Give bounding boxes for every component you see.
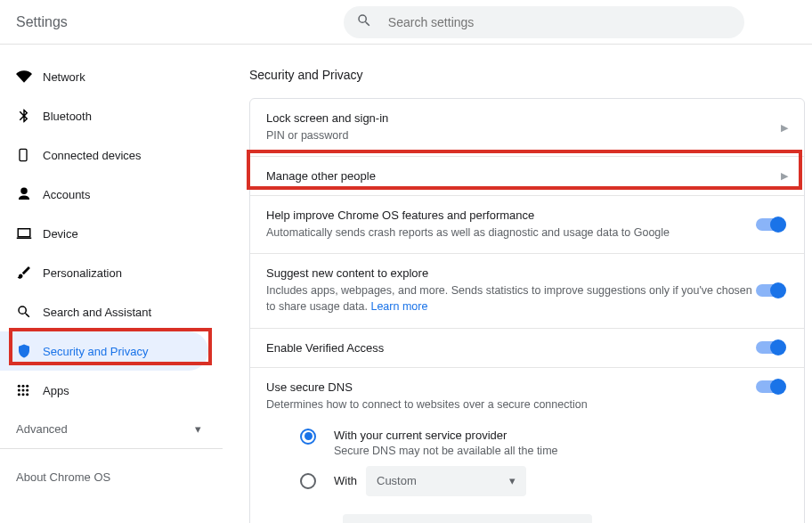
dns-custom-input[interactable]: [343, 514, 592, 523]
sidebar-item-label: Accounts: [43, 188, 90, 201]
svg-point-9: [18, 393, 20, 396]
sidebar-item-network[interactable]: Network: [0, 57, 223, 96]
bluetooth-icon: [16, 108, 43, 124]
row-title: Manage other people: [266, 169, 774, 183]
chevron-down-icon: ▾: [509, 474, 516, 487]
sidebar-item-label: Search and Assistant: [43, 306, 151, 319]
option-label: With your current service provider: [334, 429, 558, 442]
phone-icon: [16, 147, 43, 163]
sidebar-item-label: Personalization: [43, 266, 122, 280]
toggle-verified-access[interactable]: [756, 341, 784, 354]
sidebar-item-label: Network: [43, 70, 85, 84]
select-value: Custom: [377, 474, 417, 487]
sidebar-item-security-privacy[interactable]: Security and Privacy: [0, 331, 208, 371]
dns-provider-select[interactable]: Custom ▾: [366, 466, 526, 496]
search-icon: [356, 12, 372, 31]
settings-card: Lock screen and sign-in PIN or password …: [249, 98, 805, 523]
row-subtitle: PIN or password: [266, 127, 774, 143]
radio-selected-icon[interactable]: [300, 429, 316, 445]
row-manage-people[interactable]: Manage other people ▶: [250, 157, 804, 196]
row-title: Suggest new content to explore: [266, 266, 756, 280]
sidebar-item-label: Device: [43, 227, 78, 241]
sidebar-item-label: Connected devices: [43, 149, 142, 162]
sidebar-item-personalization[interactable]: Personalization: [0, 253, 223, 292]
sidebar-item-device[interactable]: Device: [0, 214, 223, 253]
sidebar-item-label: Bluetooth: [43, 110, 92, 123]
sidebar-item-apps[interactable]: Apps: [0, 371, 223, 410]
dns-option-current[interactable]: With your current service provider Secur…: [300, 429, 788, 457]
row-title: Help improve Chrome OS features and perf…: [266, 208, 756, 222]
svg-point-10: [21, 393, 24, 396]
option-label: With: [334, 474, 357, 487]
row-suggest-content: Suggest new content to explore Includes …: [250, 254, 804, 328]
row-verified-access: Enable Verified Access: [250, 329, 804, 368]
radio-unselected-icon[interactable]: [300, 473, 316, 489]
learn-more-link[interactable]: Learn more: [370, 300, 427, 313]
page-title: Settings: [16, 14, 68, 30]
person-icon: [16, 186, 43, 202]
row-lock-screen[interactable]: Lock screen and sign-in PIN or password …: [250, 99, 804, 157]
sidebar-item-search-assistant[interactable]: Search and Assistant: [0, 292, 223, 331]
svg-rect-1: [18, 229, 30, 237]
toggle-suggest-content[interactable]: [756, 284, 784, 297]
row-help-improve: Help improve Chrome OS features and perf…: [250, 196, 804, 254]
sidebar-item-label: Apps: [43, 384, 69, 397]
brush-icon: [16, 265, 43, 281]
sidebar-advanced[interactable]: Advanced ▾: [0, 410, 223, 449]
svg-point-6: [18, 388, 20, 391]
row-subtitle: Determines how to connect to websites ov…: [266, 396, 756, 413]
row-title: Use secure DNS: [266, 380, 756, 394]
svg-point-8: [26, 388, 28, 391]
search-input[interactable]: [388, 15, 732, 29]
advanced-label: Advanced: [16, 422, 68, 436]
chevron-right-icon: ▶: [781, 170, 788, 182]
sidebar-item-connected-devices[interactable]: Connected devices: [0, 135, 223, 175]
sidebar-item-bluetooth[interactable]: Bluetooth: [0, 96, 223, 135]
toggle-help-improve[interactable]: [756, 218, 784, 231]
sidebar-item-label: Security and Privacy: [43, 345, 149, 358]
search-icon: [16, 304, 43, 320]
shield-icon: [16, 343, 43, 359]
row-secure-dns: Use secure DNS Determines how to connect…: [250, 368, 804, 524]
svg-point-4: [21, 385, 24, 388]
wifi-icon: [16, 69, 43, 85]
option-sublabel: Secure DNS may not be available all the …: [334, 445, 558, 457]
apps-icon: [16, 383, 43, 397]
row-title: Lock screen and sign-in: [266, 111, 774, 125]
laptop-icon: [16, 225, 43, 241]
toggle-secure-dns[interactable]: [756, 380, 784, 393]
section-heading: Security and Privacy: [249, 68, 805, 82]
sidebar: Network Bluetooth Connected devices Acco…: [0, 45, 223, 523]
row-title: Enable Verified Access: [266, 341, 756, 355]
svg-point-5: [26, 385, 28, 388]
svg-point-3: [18, 385, 20, 388]
sidebar-about[interactable]: About Chrome OS: [0, 449, 223, 484]
chevron-down-icon: ▾: [195, 422, 201, 436]
row-subtitle: Automatically sends crash reports as wel…: [266, 225, 756, 241]
search-box[interactable]: [344, 6, 744, 38]
svg-rect-0: [20, 149, 27, 160]
chevron-right-icon: ▶: [781, 122, 788, 134]
dns-option-custom[interactable]: With Custom ▾: [300, 466, 788, 496]
sidebar-item-accounts[interactable]: Accounts: [0, 175, 223, 214]
row-subtitle: Includes apps, webpages, and more. Sends…: [266, 282, 756, 315]
svg-point-7: [21, 388, 24, 391]
svg-point-11: [26, 393, 28, 396]
